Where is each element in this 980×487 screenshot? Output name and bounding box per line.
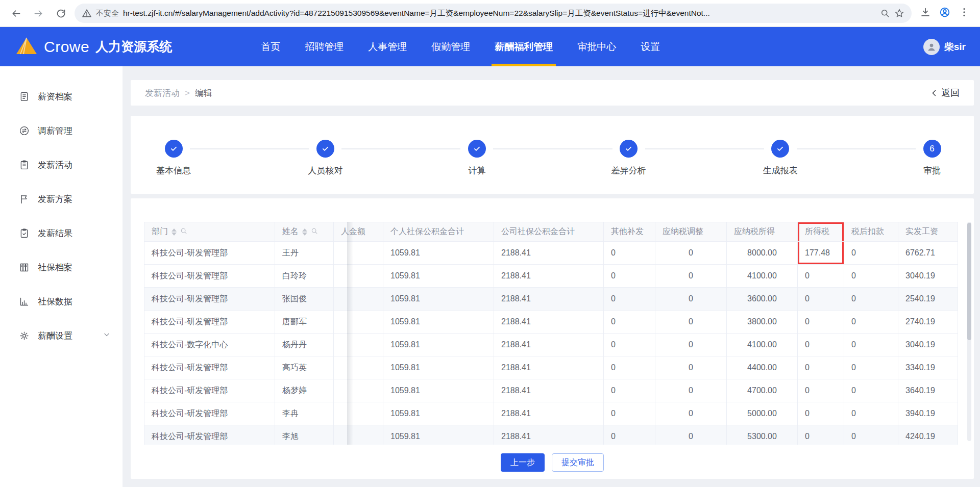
cell: 0 [655, 265, 727, 288]
star-icon[interactable] [894, 8, 904, 18]
crowe-logo-icon [15, 37, 38, 57]
nav-item-1[interactable]: 首页 [249, 27, 292, 66]
table-row-4[interactable]: 科技公司-研发管理部唐郦军1059.812188.41003800.000027… [144, 311, 958, 334]
cell: 0 [655, 288, 727, 311]
security-warning-icon[interactable] [82, 8, 92, 18]
cell: 科技公司-研发管理部 [144, 242, 275, 265]
sidebar-item-social-archive[interactable]: 社保档案 [0, 257, 122, 278]
chevron-left-icon [930, 89, 938, 97]
nav-item-6[interactable]: 审批中心 [565, 27, 628, 66]
cell: 1059.81 [383, 379, 494, 402]
cell: 0 [604, 311, 655, 334]
sidebar-item-salary-file[interactable]: 薪资档案 [0, 86, 122, 107]
step-6[interactable]: 6审批 [891, 140, 973, 176]
forward-icon[interactable] [30, 5, 47, 22]
step-2[interactable]: 人员核对 [284, 140, 366, 176]
profile-icon[interactable] [939, 7, 950, 20]
step-label: 生成报表 [740, 165, 821, 176]
step-4[interactable]: 差异分析 [588, 140, 670, 176]
cell: 0 [844, 242, 898, 265]
column-header-5: 公司社保公积金合计 [494, 222, 604, 242]
cell: 唐郦军 [275, 311, 334, 334]
sidebar-item-salary-settings[interactable]: 薪酬设置 [0, 325, 122, 346]
table-row-5[interactable]: 科技公司-数字化中心杨丹丹1059.812188.41004100.000030… [144, 334, 958, 356]
cell: 5300.00 [727, 425, 798, 445]
sidebar-item-salary-adjust[interactable]: 调薪管理 [0, 120, 122, 141]
nav-item-2[interactable]: 招聘管理 [292, 27, 356, 66]
cell: 8000.00 [727, 242, 798, 265]
column-search-icon[interactable] [180, 227, 187, 237]
nav-item-7[interactable]: 设置 [628, 27, 672, 66]
back-button[interactable]: 返回 [930, 87, 960, 99]
menu-kebab-icon[interactable] [959, 7, 970, 20]
sort-carets-icon[interactable] [302, 228, 307, 236]
column-search-icon[interactable] [311, 227, 318, 237]
table-body: 科技公司-研发管理部王丹1059.812188.41008000.00177.4… [144, 242, 958, 445]
column-label: 人金额 [341, 226, 365, 237]
column-label: 公司社保公积金合计 [501, 226, 575, 237]
column-header-1[interactable]: 部门 [144, 222, 275, 242]
submit-approval-button[interactable]: 提交审批 [552, 453, 604, 472]
column-label: 其他补发 [611, 226, 644, 237]
cell: 0 [798, 425, 844, 445]
cell: 4240.19 [898, 425, 958, 445]
cell: 2188.41 [494, 242, 604, 265]
prev-step-button[interactable]: 上一步 [501, 453, 545, 472]
main-content: 发薪活动>编辑 返回 基本信息人员核对计算差异分析生成报表6审批 部门姓名人金额… [122, 66, 980, 487]
table-row-2[interactable]: 科技公司-研发管理部白玲玲1059.812188.41004100.000030… [144, 265, 958, 288]
url-bar[interactable]: 不安全 hr-test.zjf-it.cn/#/salaryManagement… [75, 4, 912, 23]
table-row-7[interactable]: 科技公司-研发管理部杨梦婷1059.812188.41004700.000036… [144, 379, 958, 402]
cell: 3800.00 [727, 311, 798, 334]
column-header-9: 所得税 [798, 222, 844, 242]
column-header-3: 人金额 [334, 222, 383, 242]
cell: 0 [655, 242, 727, 265]
scrollbar-thumb[interactable] [967, 223, 971, 340]
cell: 2188.41 [494, 334, 604, 356]
cell: 2188.41 [494, 311, 604, 334]
cell: 3040.19 [898, 334, 958, 356]
download-icon[interactable] [920, 7, 931, 20]
table-row-8[interactable]: 科技公司-研发管理部李冉1059.812188.41005000.0000394… [144, 402, 958, 425]
column-label: 应纳税调整 [663, 226, 703, 237]
reload-icon[interactable] [52, 5, 69, 22]
step-3[interactable]: 计算 [436, 140, 518, 176]
column-header-2[interactable]: 姓名 [275, 222, 334, 242]
table-row-6[interactable]: 科技公司-研发管理部高巧英1059.812188.41004400.000033… [144, 356, 958, 379]
user-menu[interactable]: 柴sir [923, 39, 980, 55]
column-label: 姓名 [282, 226, 299, 237]
cell: 0 [844, 402, 898, 425]
social-archive-icon [18, 262, 30, 273]
sidebar-item-payroll-result[interactable]: 发薪结果 [0, 222, 122, 244]
cell: 科技公司-研发管理部 [144, 288, 275, 311]
back-icon[interactable] [7, 5, 24, 22]
breadcrumb-parent[interactable]: 发薪活动 [145, 88, 180, 98]
sidebar-item-payroll-plan[interactable]: 发薪方案 [0, 188, 122, 210]
cell: 0 [655, 402, 727, 425]
sidebar-item-label: 调薪管理 [38, 125, 72, 137]
back-button-label: 返回 [941, 87, 960, 99]
cell: 6762.71 [898, 242, 958, 265]
step-5[interactable]: 生成报表 [740, 140, 821, 176]
table-scrollbar[interactable] [967, 222, 971, 441]
cell: 1059.81 [383, 265, 494, 288]
sidebar-item-payroll-activity[interactable]: 发薪活动 [0, 154, 122, 175]
step-1[interactable]: 基本信息 [133, 140, 214, 176]
zoom-icon[interactable] [880, 8, 890, 18]
nav-item-3[interactable]: 人事管理 [356, 27, 419, 66]
column-label: 部门 [152, 226, 168, 237]
sidebar-item-label: 发薪活动 [38, 159, 72, 171]
table-row-1[interactable]: 科技公司-研发管理部王丹1059.812188.41008000.00177.4… [144, 242, 958, 265]
nav-item-5[interactable]: 薪酬福利管理 [482, 27, 565, 66]
cell: 0 [604, 379, 655, 402]
nav-item-4[interactable]: 假勤管理 [419, 27, 482, 66]
table-header-row: 部门姓名人金额个人社保公积金合计公司社保公积金合计其他补发应纳税调整应纳税所得所… [144, 222, 958, 242]
sidebar-item-label: 薪资档案 [38, 91, 72, 102]
sort-carets-icon[interactable] [172, 228, 177, 236]
cell: 3600.00 [727, 288, 798, 311]
table-row-9[interactable]: 科技公司-研发管理部李旭1059.812188.41005300.0000424… [144, 425, 958, 445]
table-viewport: 部门姓名人金额个人社保公积金合计公司社保公积金合计其他补发应纳税调整应纳税所得所… [144, 222, 961, 445]
cell: 王丹 [275, 242, 334, 265]
table-row-3[interactable]: 科技公司-研发管理部张国俊1059.812188.41003600.000025… [144, 288, 958, 311]
sidebar-item-social-data[interactable]: 社保数据 [0, 291, 122, 312]
cell: 0 [655, 425, 727, 445]
